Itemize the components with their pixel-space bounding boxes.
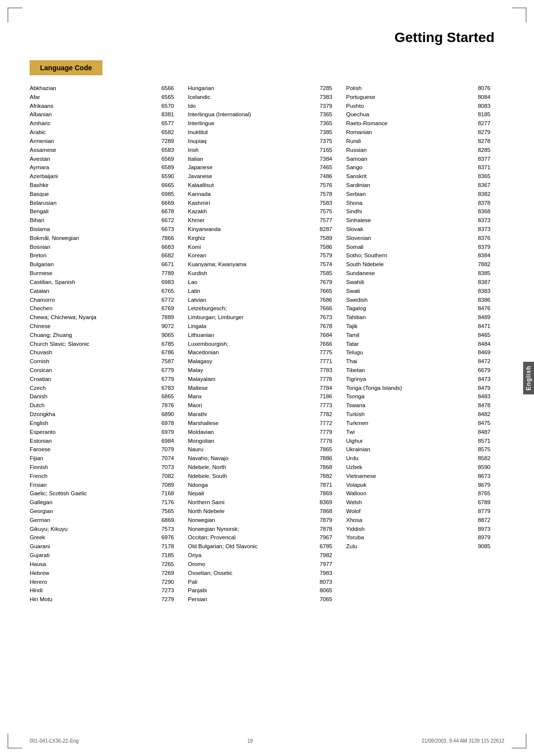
language-code: 8575: [478, 445, 500, 454]
language-name: Kirghiz: [188, 234, 319, 243]
language-code: 7465: [319, 163, 342, 172]
language-name: Marshallese: [188, 419, 319, 428]
list-item: Tigrinya8473: [346, 375, 504, 384]
list-item: Icelandic7383: [188, 93, 346, 102]
language-code: 6772: [161, 296, 184, 305]
language-code: 7678: [319, 322, 342, 331]
language-name: Urdu: [346, 454, 478, 463]
list-item: Hebrew7269: [30, 569, 188, 578]
language-code: 8673: [478, 472, 500, 481]
list-item: Albanian8381: [30, 110, 188, 119]
list-item: Serbian8382: [346, 190, 504, 199]
language-name: Ndonga: [188, 481, 319, 490]
language-name: Malayalam: [188, 375, 319, 384]
list-item: Irish7165: [188, 146, 346, 155]
language-name: Tamil: [346, 331, 478, 340]
language-name: Welsh: [346, 498, 478, 507]
language-name: Marathi: [188, 410, 319, 419]
list-item: Bislama6673: [30, 225, 188, 234]
language-code: 6985: [161, 190, 184, 199]
language-code: 8279: [478, 128, 500, 137]
list-item: Tamil8465: [346, 331, 504, 340]
list-item: Yoruba8979: [346, 533, 504, 542]
list-item: Burmese7789: [30, 269, 188, 278]
list-item: Greek6976: [30, 533, 188, 542]
list-item: Walloon8765: [346, 489, 504, 498]
list-item: Uighur8571: [346, 437, 504, 446]
list-item: Maori7773: [188, 401, 346, 410]
list-item: Panjabi8065: [188, 586, 346, 595]
language-code: 7587: [161, 357, 184, 366]
language-name: Raeto-Romance: [346, 119, 478, 128]
language-code: 8287: [319, 225, 342, 234]
list-item: Shona8378: [346, 199, 504, 208]
language-name: Sundanese: [346, 269, 478, 278]
language-name: Zulu: [346, 542, 478, 551]
language-code: 8277: [478, 119, 500, 128]
language-name: Oromo: [188, 560, 319, 569]
list-item: Inuktitut7385: [188, 128, 346, 137]
language-code: 7886: [319, 454, 342, 463]
list-item: Latin7665: [188, 287, 346, 296]
language-code: 6779: [161, 366, 184, 375]
language-name: Samoan: [346, 155, 478, 164]
language-name: Turkmen: [346, 419, 478, 428]
language-name: Arabic: [30, 128, 161, 137]
language-name: Tajik: [346, 322, 478, 331]
list-item: Nauru7865: [188, 445, 346, 454]
list-item: Slovenian8376: [346, 234, 504, 243]
language-name: Bulgarian: [30, 260, 161, 269]
language-code: 7866: [161, 234, 184, 243]
language-code: 7385: [319, 128, 342, 137]
list-item: Tswana8478: [346, 401, 504, 410]
language-code: 7576: [319, 181, 342, 190]
language-code: 8278: [478, 137, 500, 146]
list-item: Afar6565: [30, 93, 188, 102]
language-code: 6984: [161, 437, 184, 446]
language-name: Letzeburgesch;: [188, 304, 319, 313]
list-item: Pushto8083: [346, 102, 504, 111]
language-name: Tagalog: [346, 304, 478, 313]
list-item: Tajik8471: [346, 322, 504, 331]
list-item: Dzongkha6890: [30, 410, 188, 419]
language-code: 7982: [319, 551, 342, 560]
language-name: Latvian: [188, 296, 319, 305]
list-item: Kirghiz7589: [188, 234, 346, 243]
list-item: Frisian7089: [30, 481, 188, 490]
language-name: Fijian: [30, 454, 161, 463]
list-item: Cornish7587: [30, 357, 188, 366]
language-code: 6679: [478, 366, 500, 375]
language-name: Quechua: [346, 110, 478, 119]
language-code: 8367: [478, 181, 500, 190]
language-name: Moldavian: [188, 428, 319, 437]
list-item: Hindi7273: [30, 586, 188, 595]
page-title: Getting Started: [30, 20, 504, 46]
list-item: Chuang; Zhuang9065: [30, 331, 188, 340]
list-item: North Ndebele7868: [188, 507, 346, 516]
list-item: English6978: [30, 419, 188, 428]
language-name: Ido: [188, 102, 319, 111]
language-name: Bokmål, Norwegian: [30, 234, 161, 243]
language-name: Chinese: [30, 322, 161, 331]
language-name: Hausa: [30, 560, 161, 569]
list-item: Tibetan6679: [346, 366, 504, 375]
list-item: Marathi7782: [188, 410, 346, 419]
corner-bracket-bl: [7, 734, 22, 749]
list-item: Aymara6589: [30, 163, 188, 172]
language-code: 7666: [319, 304, 342, 313]
list-item: Interlingua (International)7365: [188, 110, 346, 119]
language-name: Oriya: [188, 551, 319, 560]
language-name: Guarani: [30, 542, 161, 551]
language-code: 7585: [319, 269, 342, 278]
language-code: 8471: [478, 322, 500, 331]
language-name: Kazakh: [188, 207, 319, 216]
language-name: Assamese: [30, 146, 161, 155]
language-code: 6785: [319, 542, 342, 551]
language-name: Khmer: [188, 216, 319, 225]
language-name: Ndebele, North: [188, 463, 319, 472]
language-code: 8379: [478, 243, 500, 252]
language-name: Hindi: [30, 586, 161, 595]
language-name: Hebrew: [30, 569, 161, 578]
language-code: 7871: [319, 481, 342, 490]
language-name: Twi: [346, 428, 478, 437]
